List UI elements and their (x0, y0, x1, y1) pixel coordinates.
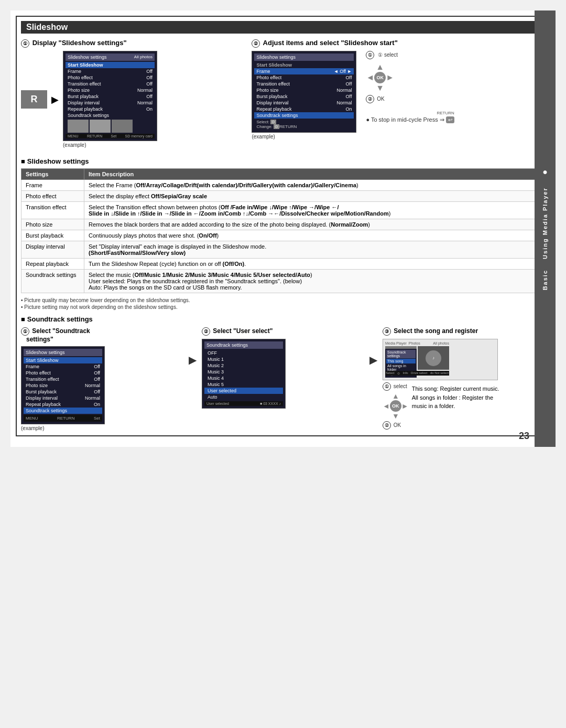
st3-ok-button[interactable]: OK (390, 400, 401, 412)
step3-desc: This song: Register current music. All s… (412, 384, 499, 411)
panel2-soundtrack: Soundtrack settings (254, 112, 354, 119)
soundtrack-steps: ① Select "Soundtrack settings" Slideshow… (21, 327, 545, 431)
panel2-display: Display interval Normal (254, 100, 354, 106)
ok-label: ② OK (366, 95, 384, 103)
desc-frame: Select the Frame (Off/Array/Collage/Drif… (84, 180, 545, 191)
panel-row-display: Display interval Normal (66, 100, 155, 106)
setting-soundtrack: Soundtrack settings (21, 270, 84, 293)
st-panel1-repeat: Repeat playbackOn (24, 401, 102, 408)
st-panel1-bar: MENURETURNSet (24, 415, 102, 422)
table-row: Photo effect Select the display effect O… (21, 191, 545, 202)
st3-ok-circle: ② (383, 421, 391, 430)
step1-example: (example) (63, 142, 86, 148)
panel2-row-start: Start Slideshow (254, 62, 354, 68)
desc-photo-effect: Select the display effect Off/Sepia/Gray… (84, 191, 545, 202)
step2-ui-panel: Slideshow settings Start Slideshow Frame… (252, 51, 356, 133)
demo-photo-box: R (21, 90, 47, 109)
desc-transition: Select the Transition effect shown betwe… (84, 202, 545, 219)
step1-circle: ① (21, 39, 29, 48)
panel2-repeat: Repeat playback On (254, 106, 354, 112)
st-panel1-photo-size: Photo sizeNormal (24, 382, 102, 389)
step2-demo: Slideshow settings Start Slideshow Frame… (252, 51, 545, 140)
setting-display-interval: Display interval (21, 241, 84, 259)
st-mid-m3: Music 3 (204, 369, 283, 375)
soundtrack-step3-title: ③ Select the song and register (383, 327, 545, 336)
arrow-1-icon: ▶ (189, 327, 197, 366)
desc-display-interval: Set "Display interval" each image is dis… (84, 241, 545, 259)
soundtrack-step2-title: ② Select "User select" (202, 327, 364, 336)
st-mid-m2: Music 2 (204, 362, 283, 369)
col-description-header: Item Description (84, 169, 545, 180)
step3-top: Media PlayerPhotosAll photos Soundtrack … (385, 341, 495, 376)
page-wrapper: Slideshow ① Display "Slideshow settings"… (10, 10, 556, 447)
st-mid-m1: Music 1 (204, 356, 283, 362)
panel-row-frame: Frame Off (66, 68, 155, 74)
panel2-burst: Burst playback Off (254, 93, 354, 100)
st3-nav-control: ▲ ◄ OK ► ▼ (383, 392, 409, 420)
desc-soundtrack: Select the music (Off/Music 1/Music 2/Mu… (84, 270, 545, 293)
setting-photo-size: Photo size (21, 219, 84, 230)
st-panel1-photo-eff: Photo effectOff (24, 370, 102, 376)
setting-photo-effect: Photo effect (21, 191, 84, 202)
col-right: ② Adjust items and select "Slideshow sta… (252, 39, 545, 152)
arrow-right-icon: ▶ (51, 94, 59, 105)
ok-button[interactable]: OK (374, 72, 386, 83)
page-number: 23 (519, 431, 529, 442)
soundtrack-section: Soundtrack settings ① Select "Soundtrack… (21, 315, 545, 431)
st-mid-auto: Auto (204, 394, 283, 400)
return-label: RETURN (366, 111, 454, 115)
nav-control: ▲ ◄ OK ► ▼ (366, 62, 394, 93)
panel2-row-frame: Frame ◄ Off ► (254, 68, 354, 74)
main-section: Slideshow ① Display "Slideshow settings"… (16, 16, 550, 436)
media-thumbnail: Soundtrack settings This song All songs … (385, 346, 417, 370)
arrow-2-icon: ▶ (369, 327, 377, 366)
st-panel1-trans: Transition effectOff (24, 376, 102, 382)
panel-row-start: Start Slideshow (66, 62, 155, 68)
setting-frame: Frame (21, 180, 84, 191)
desc-photo-size: Removes the black borders that are added… (84, 219, 545, 230)
table-row: Display interval Set "Display interval" … (21, 241, 545, 259)
soundtrack-step1: ① Select "Soundtrack settings" Slideshow… (21, 327, 183, 431)
panel-row-burst: Burst playback Off (66, 93, 155, 100)
soundtrack-step2: ② Select "User select" Soundtrack settin… (202, 327, 364, 409)
section-title: Slideshow (21, 21, 545, 34)
st-panel1-burst: Burst playbackOff (24, 389, 102, 395)
st-panel1-title: Slideshow settings (24, 349, 102, 356)
table-row: Photo size Removes the black borders tha… (21, 219, 545, 230)
setting-burst: Burst playback (21, 230, 84, 241)
slideshow-settings-heading: Slideshow settings (21, 157, 545, 165)
st-mid-bar: User selected■ 03 XXXX ♪ (204, 401, 283, 406)
popup-this-song: This song (386, 359, 416, 363)
st3-select-label: ① select (383, 382, 407, 391)
select-label: ① ① select (366, 51, 398, 59)
st-panel1-display: Display intervalNormal (24, 395, 102, 401)
st-mid-off: OFF (204, 350, 283, 356)
settings-table: Settings Item Description Frame Select t… (21, 168, 545, 293)
panel2-photo-size: Photo size Normal (254, 87, 354, 93)
setting-transition: Transition effect (21, 202, 84, 219)
sidebar-label-using: Using Media Player (542, 187, 548, 259)
table-row: Burst playback Continuously plays photos… (21, 230, 545, 241)
col-left: ① Display "Slideshow settings" R ▶ Slide… (21, 39, 246, 152)
panel-row-photo-size: Photo size Normal (66, 87, 155, 93)
st-mid-title: Soundtrack settings (204, 341, 283, 349)
st-panel1-frame: FrameOff (24, 363, 102, 370)
sidebar-dot: ● (542, 167, 548, 177)
notes: Picture quality may become lower dependi… (21, 297, 545, 310)
st-mid-user: User selected (204, 388, 283, 394)
step1-ui-panel: Slideshow settings All photos Start Slid… (63, 51, 157, 141)
st-panel1-soundtrack: Soundtrack settings (24, 408, 102, 414)
to-stop-text: ● To stop in mid-cycle Press ⇒ ↩ (366, 116, 454, 123)
soundtrack-step3-circle: ③ (383, 327, 391, 336)
step2-heading: ② Adjust items and select "Slideshow sta… (252, 39, 545, 48)
note-2: Picture setting may not work depending o… (21, 304, 545, 310)
panel2-title: Slideshow settings (254, 53, 354, 61)
st-panel1-start: Start Slideshow (24, 357, 102, 363)
desc-repeat: Turn the Slideshow Repeat (cycle) functi… (84, 259, 545, 270)
right-sidebar: ● Using Media Player Basic (535, 10, 556, 447)
soundtrack-step2-circle: ② (202, 327, 210, 336)
panel-row-soundtrack: Soundtrack settings (66, 112, 155, 119)
table-row: Frame Select the Frame (Off/Array/Collag… (21, 180, 545, 191)
ok-circle: ② (366, 95, 374, 103)
desc-burst: Continuously plays photos that were shot… (84, 230, 545, 241)
